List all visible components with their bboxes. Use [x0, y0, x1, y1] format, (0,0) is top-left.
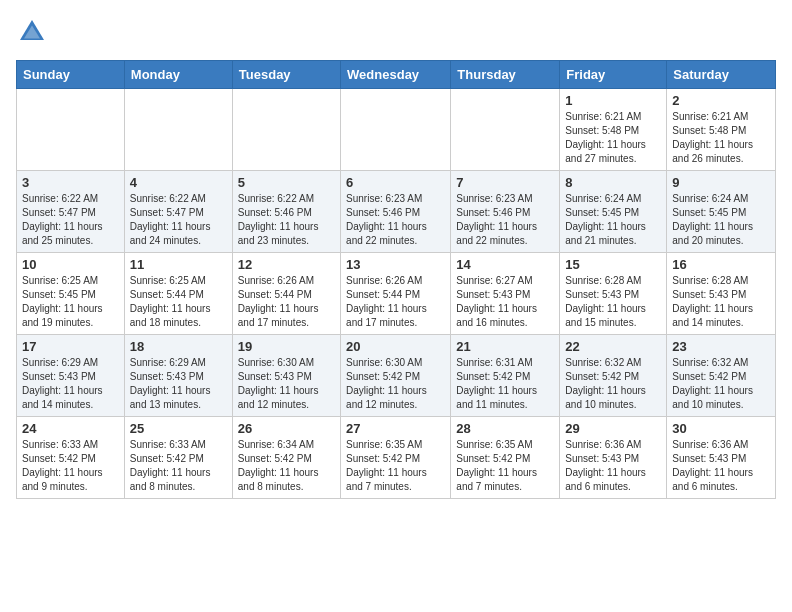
calendar-day-cell: 4Sunrise: 6:22 AM Sunset: 5:47 PM Daylig…	[124, 171, 232, 253]
calendar-day-cell	[124, 89, 232, 171]
day-info: Sunrise: 6:21 AM Sunset: 5:48 PM Dayligh…	[672, 110, 770, 166]
calendar-day-cell: 28Sunrise: 6:35 AM Sunset: 5:42 PM Dayli…	[451, 417, 560, 499]
day-info: Sunrise: 6:22 AM Sunset: 5:47 PM Dayligh…	[130, 192, 227, 248]
calendar-day-cell: 30Sunrise: 6:36 AM Sunset: 5:43 PM Dayli…	[667, 417, 776, 499]
day-number: 20	[346, 339, 445, 354]
calendar-day-cell: 6Sunrise: 6:23 AM Sunset: 5:46 PM Daylig…	[341, 171, 451, 253]
day-info: Sunrise: 6:24 AM Sunset: 5:45 PM Dayligh…	[672, 192, 770, 248]
calendar-day-cell: 19Sunrise: 6:30 AM Sunset: 5:43 PM Dayli…	[232, 335, 340, 417]
calendar-day-header: Saturday	[667, 61, 776, 89]
calendar-day-cell: 24Sunrise: 6:33 AM Sunset: 5:42 PM Dayli…	[17, 417, 125, 499]
day-info: Sunrise: 6:28 AM Sunset: 5:43 PM Dayligh…	[672, 274, 770, 330]
day-info: Sunrise: 6:35 AM Sunset: 5:42 PM Dayligh…	[456, 438, 554, 494]
calendar-day-cell: 21Sunrise: 6:31 AM Sunset: 5:42 PM Dayli…	[451, 335, 560, 417]
page-header	[16, 16, 776, 48]
calendar-day-cell: 20Sunrise: 6:30 AM Sunset: 5:42 PM Dayli…	[341, 335, 451, 417]
day-number: 18	[130, 339, 227, 354]
day-number: 25	[130, 421, 227, 436]
day-number: 10	[22, 257, 119, 272]
calendar-week-row: 1Sunrise: 6:21 AM Sunset: 5:48 PM Daylig…	[17, 89, 776, 171]
calendar-day-cell	[341, 89, 451, 171]
day-info: Sunrise: 6:25 AM Sunset: 5:45 PM Dayligh…	[22, 274, 119, 330]
calendar-day-cell: 17Sunrise: 6:29 AM Sunset: 5:43 PM Dayli…	[17, 335, 125, 417]
logo-icon	[16, 16, 48, 48]
day-number: 11	[130, 257, 227, 272]
day-info: Sunrise: 6:36 AM Sunset: 5:43 PM Dayligh…	[565, 438, 661, 494]
calendar-day-header: Sunday	[17, 61, 125, 89]
calendar-day-cell: 9Sunrise: 6:24 AM Sunset: 5:45 PM Daylig…	[667, 171, 776, 253]
calendar-day-cell	[232, 89, 340, 171]
day-number: 1	[565, 93, 661, 108]
calendar-day-cell: 5Sunrise: 6:22 AM Sunset: 5:46 PM Daylig…	[232, 171, 340, 253]
day-info: Sunrise: 6:32 AM Sunset: 5:42 PM Dayligh…	[672, 356, 770, 412]
day-number: 16	[672, 257, 770, 272]
day-number: 21	[456, 339, 554, 354]
calendar-day-cell	[17, 89, 125, 171]
calendar-day-header: Thursday	[451, 61, 560, 89]
calendar-day-cell: 13Sunrise: 6:26 AM Sunset: 5:44 PM Dayli…	[341, 253, 451, 335]
day-number: 15	[565, 257, 661, 272]
day-number: 5	[238, 175, 335, 190]
day-number: 27	[346, 421, 445, 436]
day-info: Sunrise: 6:25 AM Sunset: 5:44 PM Dayligh…	[130, 274, 227, 330]
calendar-header-row: SundayMondayTuesdayWednesdayThursdayFrid…	[17, 61, 776, 89]
calendar-day-cell: 25Sunrise: 6:33 AM Sunset: 5:42 PM Dayli…	[124, 417, 232, 499]
calendar-day-header: Wednesday	[341, 61, 451, 89]
calendar-table: SundayMondayTuesdayWednesdayThursdayFrid…	[16, 60, 776, 499]
calendar-day-header: Tuesday	[232, 61, 340, 89]
calendar-day-cell: 12Sunrise: 6:26 AM Sunset: 5:44 PM Dayli…	[232, 253, 340, 335]
day-info: Sunrise: 6:22 AM Sunset: 5:46 PM Dayligh…	[238, 192, 335, 248]
day-info: Sunrise: 6:33 AM Sunset: 5:42 PM Dayligh…	[130, 438, 227, 494]
calendar-day-cell: 18Sunrise: 6:29 AM Sunset: 5:43 PM Dayli…	[124, 335, 232, 417]
calendar-day-cell: 27Sunrise: 6:35 AM Sunset: 5:42 PM Dayli…	[341, 417, 451, 499]
calendar-day-cell: 3Sunrise: 6:22 AM Sunset: 5:47 PM Daylig…	[17, 171, 125, 253]
day-number: 3	[22, 175, 119, 190]
day-number: 2	[672, 93, 770, 108]
day-number: 14	[456, 257, 554, 272]
day-info: Sunrise: 6:36 AM Sunset: 5:43 PM Dayligh…	[672, 438, 770, 494]
day-info: Sunrise: 6:29 AM Sunset: 5:43 PM Dayligh…	[22, 356, 119, 412]
day-info: Sunrise: 6:27 AM Sunset: 5:43 PM Dayligh…	[456, 274, 554, 330]
calendar-day-cell: 14Sunrise: 6:27 AM Sunset: 5:43 PM Dayli…	[451, 253, 560, 335]
day-info: Sunrise: 6:28 AM Sunset: 5:43 PM Dayligh…	[565, 274, 661, 330]
day-info: Sunrise: 6:22 AM Sunset: 5:47 PM Dayligh…	[22, 192, 119, 248]
calendar-day-cell: 26Sunrise: 6:34 AM Sunset: 5:42 PM Dayli…	[232, 417, 340, 499]
calendar-week-row: 17Sunrise: 6:29 AM Sunset: 5:43 PM Dayli…	[17, 335, 776, 417]
day-info: Sunrise: 6:30 AM Sunset: 5:42 PM Dayligh…	[346, 356, 445, 412]
day-info: Sunrise: 6:31 AM Sunset: 5:42 PM Dayligh…	[456, 356, 554, 412]
calendar-day-cell: 10Sunrise: 6:25 AM Sunset: 5:45 PM Dayli…	[17, 253, 125, 335]
calendar-day-header: Friday	[560, 61, 667, 89]
day-number: 6	[346, 175, 445, 190]
day-info: Sunrise: 6:23 AM Sunset: 5:46 PM Dayligh…	[346, 192, 445, 248]
day-number: 22	[565, 339, 661, 354]
day-number: 19	[238, 339, 335, 354]
day-info: Sunrise: 6:21 AM Sunset: 5:48 PM Dayligh…	[565, 110, 661, 166]
day-info: Sunrise: 6:30 AM Sunset: 5:43 PM Dayligh…	[238, 356, 335, 412]
calendar-day-cell: 2Sunrise: 6:21 AM Sunset: 5:48 PM Daylig…	[667, 89, 776, 171]
day-info: Sunrise: 6:23 AM Sunset: 5:46 PM Dayligh…	[456, 192, 554, 248]
calendar-week-row: 10Sunrise: 6:25 AM Sunset: 5:45 PM Dayli…	[17, 253, 776, 335]
day-info: Sunrise: 6:35 AM Sunset: 5:42 PM Dayligh…	[346, 438, 445, 494]
day-info: Sunrise: 6:26 AM Sunset: 5:44 PM Dayligh…	[238, 274, 335, 330]
day-number: 7	[456, 175, 554, 190]
day-number: 24	[22, 421, 119, 436]
day-number: 12	[238, 257, 335, 272]
calendar-day-cell: 29Sunrise: 6:36 AM Sunset: 5:43 PM Dayli…	[560, 417, 667, 499]
day-number: 26	[238, 421, 335, 436]
calendar-day-cell: 7Sunrise: 6:23 AM Sunset: 5:46 PM Daylig…	[451, 171, 560, 253]
day-info: Sunrise: 6:26 AM Sunset: 5:44 PM Dayligh…	[346, 274, 445, 330]
day-number: 28	[456, 421, 554, 436]
calendar-day-cell: 22Sunrise: 6:32 AM Sunset: 5:42 PM Dayli…	[560, 335, 667, 417]
logo	[16, 16, 52, 48]
day-number: 8	[565, 175, 661, 190]
calendar-day-cell: 23Sunrise: 6:32 AM Sunset: 5:42 PM Dayli…	[667, 335, 776, 417]
calendar-day-cell: 1Sunrise: 6:21 AM Sunset: 5:48 PM Daylig…	[560, 89, 667, 171]
calendar-day-cell	[451, 89, 560, 171]
day-number: 30	[672, 421, 770, 436]
calendar-week-row: 24Sunrise: 6:33 AM Sunset: 5:42 PM Dayli…	[17, 417, 776, 499]
day-number: 17	[22, 339, 119, 354]
day-number: 23	[672, 339, 770, 354]
day-info: Sunrise: 6:34 AM Sunset: 5:42 PM Dayligh…	[238, 438, 335, 494]
calendar-day-cell: 8Sunrise: 6:24 AM Sunset: 5:45 PM Daylig…	[560, 171, 667, 253]
day-info: Sunrise: 6:33 AM Sunset: 5:42 PM Dayligh…	[22, 438, 119, 494]
